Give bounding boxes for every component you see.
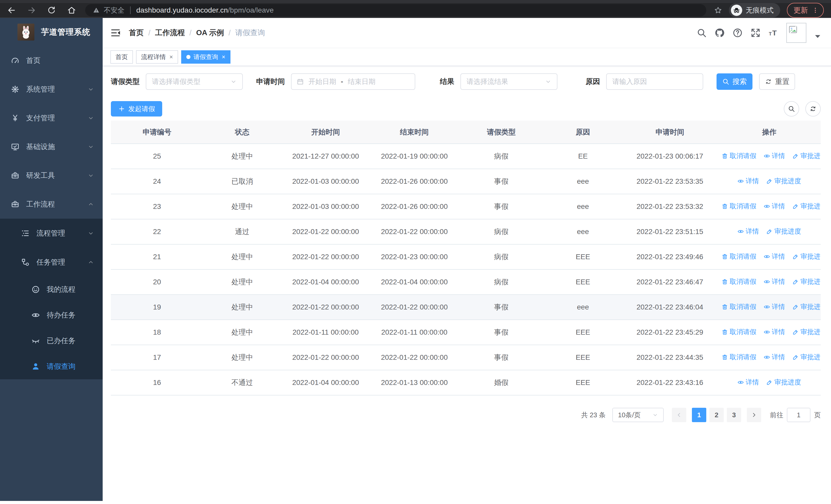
sidebar-item-研发工具[interactable]: 研发工具 [0, 161, 103, 190]
result-label: 结果 [440, 77, 454, 87]
col-actions: 操作 [718, 121, 821, 144]
app-logo[interactable]: 芋道管理系统 [0, 18, 103, 46]
browser-update-button[interactable]: 更新 [787, 3, 824, 18]
tab-请假查询[interactable]: 请假查询× [181, 50, 230, 64]
sidebar-item-我的流程[interactable]: 我的流程 [0, 277, 103, 302]
fullscreen-icon[interactable] [750, 28, 761, 38]
cell-reason: EE [544, 144, 622, 169]
page-button-3[interactable]: 3 [727, 408, 741, 422]
cancel-action-link[interactable]: 取消请假 [721, 151, 756, 160]
sidebar-item-首页[interactable]: 首页 [0, 46, 103, 75]
sidebar-item-系统管理[interactable]: 系统管理 [0, 75, 103, 104]
progress-action-link[interactable]: 审批进度 [766, 227, 801, 236]
page-button-1[interactable]: 1 [692, 408, 706, 422]
progress-action-link[interactable]: 审批进度 [792, 327, 821, 336]
hamburger-icon[interactable] [110, 28, 121, 38]
sidebar-item-工作流程[interactable]: 工作流程 [0, 190, 103, 219]
url-bar[interactable]: 不安全 dashboard.yudao.iocoder.cn/bpm/oa/le… [85, 4, 706, 17]
detail-action-link[interactable]: 详情 [764, 302, 785, 311]
progress-action-link[interactable]: 审批进度 [792, 202, 821, 211]
update-label[interactable]: 更新 [794, 5, 808, 15]
face-icon [31, 285, 40, 294]
cancel-action-link[interactable]: 取消请假 [721, 353, 756, 362]
progress-action-link[interactable]: 审批进度 [792, 151, 821, 160]
sidebar-item-流程管理[interactable]: 流程管理 [0, 219, 103, 248]
search-icon[interactable] [696, 28, 707, 38]
detail-action-link[interactable]: 详情 [764, 353, 785, 362]
page-size-select[interactable]: 10条/页 [612, 408, 664, 422]
action-label: 审批进度 [800, 252, 821, 261]
back-icon[interactable] [7, 6, 16, 14]
avatar-caret-icon[interactable] [812, 31, 823, 41]
github-icon[interactable] [715, 28, 725, 38]
detail-action-link[interactable]: 详情 [737, 378, 759, 387]
breadcrumb-item[interactable]: 首页 [129, 28, 144, 38]
sidebar-item-label: 系统管理 [26, 84, 55, 94]
result-select[interactable]: 请选择流结果 [460, 73, 557, 90]
refresh-icon [809, 105, 816, 112]
pagination: 共 23 条 10条/页 123 前往 页 [111, 408, 821, 422]
tab-首页[interactable]: 首页 [110, 50, 133, 64]
help-icon[interactable] [733, 28, 743, 38]
detail-action-link[interactable]: 详情 [764, 151, 785, 160]
next-page-button[interactable] [747, 408, 761, 422]
browser-menu-icon[interactable] [812, 7, 819, 13]
start-date-placeholder[interactable]: 开始日期 [309, 77, 336, 86]
progress-action-link[interactable]: 审批进度 [792, 252, 821, 261]
action-label: 审批进度 [800, 202, 821, 211]
font-size-icon[interactable]: TT [768, 28, 779, 38]
progress-action-link[interactable]: 审批进度 [766, 177, 801, 185]
apply-time-range-picker[interactable]: 开始日期 - 结束日期 [291, 73, 415, 90]
edit-icon [792, 253, 799, 260]
page-button-2[interactable]: 2 [709, 408, 724, 422]
detail-action-link[interactable]: 详情 [764, 327, 785, 336]
table-row: 25处理中2021-12-27 00:00:002022-01-19 00:00… [111, 144, 821, 169]
goto-page-input[interactable] [787, 408, 810, 422]
breadcrumb-item[interactable]: 工作流程 [155, 28, 185, 38]
forward-icon[interactable] [27, 6, 36, 14]
detail-action-link[interactable]: 详情 [764, 252, 785, 261]
home-icon[interactable] [67, 6, 76, 14]
close-icon[interactable]: × [222, 53, 225, 61]
search-button[interactable]: 搜索 [717, 73, 752, 90]
detail-action-link[interactable]: 详情 [737, 177, 759, 185]
bookmark-star-icon[interactable] [714, 6, 722, 14]
sidebar-item-待办任务[interactable]: 待办任务 [0, 302, 103, 328]
reload-icon[interactable] [47, 6, 56, 14]
cancel-action-link[interactable]: 取消请假 [721, 277, 756, 286]
cancel-action-link[interactable]: 取消请假 [721, 202, 756, 211]
cancel-action-link[interactable]: 取消请假 [721, 302, 756, 311]
sidebar-item-支付管理[interactable]: 支付管理 [0, 104, 103, 132]
sidebar-item-任务管理[interactable]: 任务管理 [0, 248, 103, 277]
end-date-placeholder[interactable]: 结束日期 [348, 77, 375, 86]
close-icon[interactable]: × [169, 53, 173, 61]
refresh-table-button[interactable] [805, 101, 821, 117]
navbar: 首页/工作流程/OA 示例/请假查询 TT [103, 18, 831, 48]
reason-input[interactable] [612, 78, 697, 86]
cell-reason: EEE [544, 320, 622, 345]
progress-action-link[interactable]: 审批进度 [792, 277, 821, 286]
sidebar-item-请假查询[interactable]: 请假查询 [0, 354, 103, 379]
sidebar-item-基础设施[interactable]: 基础设施 [0, 132, 103, 161]
detail-action-link[interactable]: 详情 [737, 227, 759, 236]
security-label[interactable]: 不安全 [104, 6, 124, 15]
breadcrumb-item[interactable]: OA 示例 [196, 28, 224, 38]
cancel-action-link[interactable]: 取消请假 [721, 252, 756, 261]
create-leave-button[interactable]: 发起请假 [111, 101, 162, 117]
progress-action-link[interactable]: 审批进度 [792, 353, 821, 362]
sidebar-item-已办任务[interactable]: 已办任务 [0, 328, 103, 354]
progress-action-link[interactable]: 审批进度 [766, 378, 801, 387]
delete-icon [721, 203, 728, 210]
cancel-action-link[interactable]: 取消请假 [721, 327, 756, 336]
detail-action-link[interactable]: 详情 [764, 202, 785, 211]
progress-action-link[interactable]: 审批进度 [792, 302, 821, 311]
avatar[interactable] [786, 23, 806, 43]
reset-button[interactable]: 重置 [759, 73, 795, 90]
toggle-search-button[interactable] [784, 101, 799, 117]
detail-action-link[interactable]: 详情 [764, 277, 785, 286]
prev-page-button[interactable] [672, 408, 686, 422]
tab-流程详情[interactable]: 流程详情× [136, 50, 178, 64]
url-text[interactable]: dashboard.yudao.iocoder.cn/bpm/oa/leave [136, 6, 274, 14]
dashboard-icon [11, 56, 20, 65]
leave-type-select[interactable]: 请选择请假类型 [146, 73, 243, 90]
